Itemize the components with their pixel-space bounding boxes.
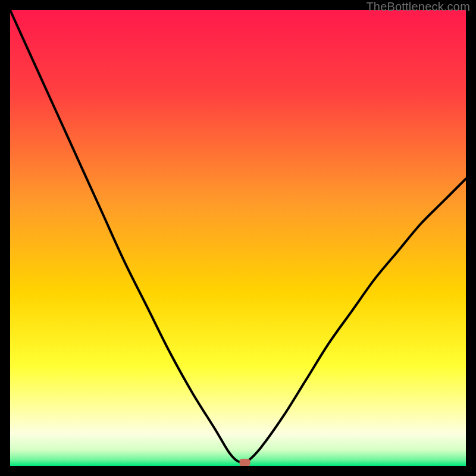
bottleneck-chart — [10, 10, 466, 466]
chart-frame — [10, 10, 466, 466]
optimal-marker — [240, 459, 250, 466]
watermark-text: TheBottleneck.com — [366, 0, 470, 14]
gradient-background — [10, 10, 466, 466]
